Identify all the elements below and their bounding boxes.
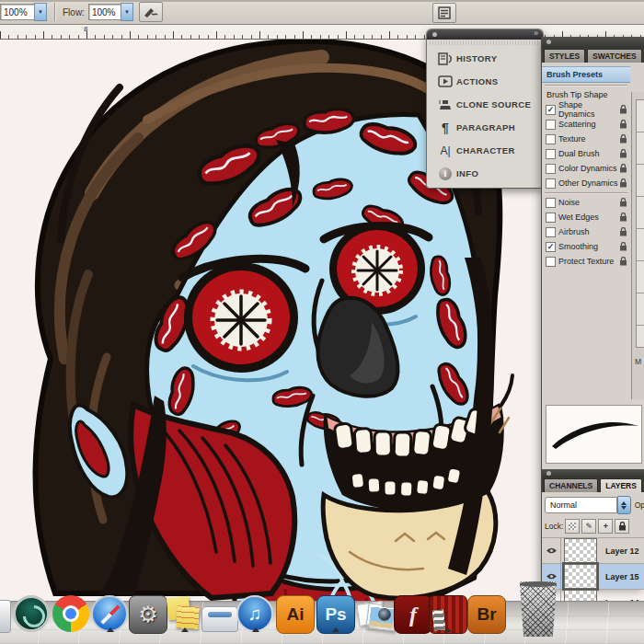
flow-dropdown-arrow-icon[interactable]: ▼ bbox=[121, 3, 133, 21]
trash-icon[interactable] bbox=[518, 581, 558, 637]
blend-mode-select[interactable]: Normal bbox=[545, 497, 617, 513]
checkbox[interactable] bbox=[546, 164, 556, 174]
brush-option-wet-edges[interactable]: Wet Edges bbox=[542, 210, 630, 224]
checkbox[interactable]: ✓ bbox=[546, 105, 556, 115]
brush-preset-list-partial[interactable]: M bbox=[631, 92, 644, 399]
dock-icon-partial[interactable] bbox=[0, 600, 11, 633]
opacity-field[interactable]: 100% bbox=[0, 4, 35, 20]
dock-header-dot-icon bbox=[546, 40, 551, 44]
panel-title-bar[interactable]: » bbox=[427, 29, 543, 40]
flow-field[interactable]: 100% bbox=[88, 4, 121, 20]
lock-all-button[interactable] bbox=[615, 519, 629, 534]
dock-icon-photo-booth[interactable] bbox=[429, 595, 467, 634]
visibility-toggle[interactable] bbox=[542, 538, 561, 563]
blend-mode-stepper-icon[interactable] bbox=[617, 496, 630, 514]
checkbox[interactable] bbox=[546, 134, 556, 144]
brush-option-other-dynamics[interactable]: Other Dynamics bbox=[542, 176, 630, 190]
tab-styles[interactable]: STYLES bbox=[544, 49, 585, 63]
lock-move-button[interactable]: + bbox=[598, 519, 613, 534]
running-indicator bbox=[181, 627, 189, 632]
toggle-panels-button[interactable] bbox=[432, 3, 456, 23]
dock-icon-safari[interactable] bbox=[91, 595, 130, 634]
chrome-icon bbox=[52, 595, 89, 632]
checkbox[interactable] bbox=[546, 227, 556, 237]
airbrush-icon bbox=[143, 6, 159, 18]
lock-icon[interactable] bbox=[619, 227, 627, 236]
right-panel-dock: STYLES SWATCHES BRUSH Brush Presets Brus… bbox=[541, 37, 644, 589]
lock-paint-button[interactable]: ✎ bbox=[581, 519, 596, 534]
master-diameter-label-partial: M bbox=[635, 357, 641, 366]
tab-channels[interactable]: CHANNELS bbox=[544, 478, 598, 492]
panel-button-clone-source[interactable]: CLONE SOURCE bbox=[427, 93, 543, 116]
dock-icon-flash[interactable]: f bbox=[394, 595, 432, 634]
blend-mode-row: Normal Op bbox=[545, 496, 644, 514]
tab-swatches[interactable]: SWATCHES bbox=[587, 49, 642, 63]
layer-row[interactable]: Layer 12 bbox=[542, 538, 644, 564]
brush-option-dual-brush[interactable]: Dual Brush bbox=[542, 146, 630, 161]
layers-group-header-bar[interactable] bbox=[542, 469, 644, 477]
lock-icon[interactable] bbox=[619, 105, 627, 114]
panel-button-paragraph[interactable]: ¶ PARAGRAPH bbox=[427, 116, 543, 139]
lock-icon[interactable] bbox=[619, 149, 627, 158]
brush-option-scattering[interactable]: Scattering bbox=[542, 117, 630, 132]
panel-list-icon bbox=[438, 6, 451, 19]
dock-icon-photoshop[interactable]: Ps bbox=[316, 595, 355, 634]
panel-button-history[interactable]: HISTORY bbox=[427, 47, 543, 70]
lock-icon[interactable] bbox=[619, 120, 627, 129]
layer-thumbnail[interactable] bbox=[564, 538, 597, 563]
brush-option-shape-dynamics[interactable]: ✓ Shape Dynamics bbox=[542, 102, 630, 117]
panel-button-character[interactable]: A| CHARACTER bbox=[427, 139, 543, 162]
dock-icon-chrome[interactable] bbox=[52, 595, 91, 634]
dock-header-bar[interactable] bbox=[542, 37, 644, 48]
tab-layers[interactable]: LAYERS bbox=[600, 478, 642, 492]
time-machine-icon bbox=[13, 595, 50, 632]
lock-icon[interactable] bbox=[619, 213, 627, 222]
brush-option-color-dynamics[interactable]: Color Dynamics bbox=[542, 161, 630, 176]
panel-grip-texture bbox=[430, 40, 540, 45]
lock-icon[interactable] bbox=[619, 257, 627, 266]
lock-transparency-button[interactable] bbox=[565, 519, 580, 534]
lock-icon[interactable] bbox=[619, 198, 627, 207]
airbrush-toggle-button[interactable] bbox=[139, 2, 163, 22]
running-indicator bbox=[252, 627, 259, 632]
sticky-notes-icon bbox=[166, 595, 202, 632]
dock-icon-stickies[interactable] bbox=[166, 595, 204, 634]
paragraph-icon: ¶ bbox=[434, 121, 456, 135]
checkbox[interactable] bbox=[546, 198, 556, 208]
checkbox[interactable]: ✓ bbox=[546, 242, 556, 252]
gear-icon: ⚙ bbox=[129, 595, 167, 634]
lock-icon[interactable] bbox=[619, 178, 627, 188]
checkbox[interactable] bbox=[546, 213, 556, 223]
lock-icon[interactable] bbox=[619, 134, 627, 144]
lock-icon[interactable] bbox=[619, 242, 627, 251]
dock-icon-time-machine[interactable] bbox=[13, 595, 52, 634]
layer-row-selected[interactable]: Layer 15 bbox=[542, 564, 644, 590]
panel-close-dot-icon[interactable] bbox=[432, 32, 437, 37]
brush-option-noise[interactable]: Noise bbox=[542, 195, 630, 210]
brush-option-smoothing[interactable]: ✓ Smoothing bbox=[542, 239, 630, 254]
dock-icon-bridge[interactable]: Br bbox=[467, 595, 506, 634]
opacity-dropdown-arrow-icon[interactable]: ▼ bbox=[34, 3, 47, 21]
dock-icon-system-preferences[interactable]: ⚙ bbox=[129, 595, 167, 634]
dock-icon-iphoto[interactable] bbox=[357, 595, 396, 634]
layer-thumbnail[interactable] bbox=[564, 564, 597, 589]
brush-option-protect-texture[interactable]: Protect Texture bbox=[542, 254, 630, 269]
dock-icon-illustrator[interactable]: Ai bbox=[276, 595, 315, 634]
brush-option-airbrush[interactable]: Airbrush bbox=[542, 224, 630, 239]
lock-icon[interactable] bbox=[619, 164, 627, 173]
checkbox[interactable] bbox=[546, 257, 556, 267]
opacity-value: 100% bbox=[4, 7, 28, 17]
checkbox[interactable] bbox=[546, 149, 556, 159]
eye-icon bbox=[546, 546, 558, 555]
lock-row: Lock: ✎ + bbox=[545, 519, 644, 534]
checkbox[interactable] bbox=[546, 120, 556, 130]
brush-presets-item[interactable]: Brush Presets bbox=[542, 66, 630, 83]
running-indicator bbox=[444, 627, 452, 632]
dock-icon-itunes[interactable]: ♫ bbox=[236, 595, 275, 634]
collapse-chevrons-icon[interactable]: » bbox=[534, 29, 538, 38]
dock-icon-image-capture[interactable] bbox=[201, 595, 240, 634]
brush-option-texture[interactable]: Texture bbox=[542, 132, 630, 146]
panel-button-info[interactable]: i INFO bbox=[427, 162, 543, 185]
checkbox[interactable] bbox=[546, 178, 556, 189]
panel-button-actions[interactable]: ACTIONS bbox=[427, 70, 543, 93]
